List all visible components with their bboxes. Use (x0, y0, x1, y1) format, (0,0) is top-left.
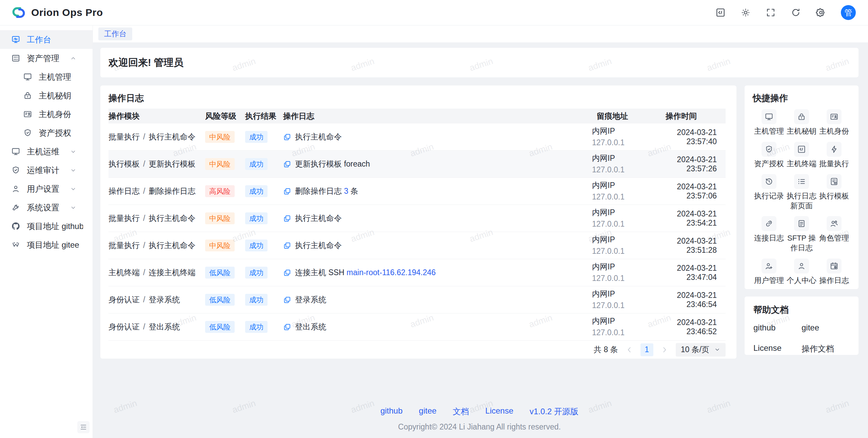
list-icon (797, 177, 806, 186)
id-card-icon (830, 112, 839, 121)
app-logo[interactable]: Orion Ops Pro (11, 6, 103, 19)
copy-icon[interactable] (283, 269, 291, 277)
log-text: 登录系统 (295, 294, 326, 305)
quick-action-operation-log[interactable]: 操作日志 (818, 259, 850, 286)
refresh-button[interactable] (791, 7, 801, 18)
copy-icon[interactable] (283, 323, 291, 331)
chevron-left-icon (625, 345, 634, 354)
sidebar-item-gitee[interactable]: 项目地址 gitee (0, 235, 93, 254)
copy-icon[interactable] (283, 160, 291, 168)
chevron-down-icon (70, 204, 77, 211)
ip-cell: 内网IP127.0.0.1 (579, 126, 646, 148)
avatar[interactable]: 管 (841, 5, 856, 20)
copy-icon[interactable] (283, 214, 291, 223)
sidebar-item-label: 项目地址 gitee (27, 240, 83, 250)
log-text: 执行主机命令 (295, 213, 342, 224)
breadcrumb-item-workbench[interactable]: 工作台 (98, 27, 132, 40)
copy-icon[interactable] (283, 296, 291, 304)
sidebar-item-host-identity[interactable]: 主机身份 (0, 105, 93, 123)
table-row[interactable]: 批量执行/执行主机命令 中风险 成功 执行主机命令 内网IP127.0.0.1 … (108, 205, 726, 232)
footer-link-docs[interactable]: 文档 (453, 406, 469, 417)
help-link-gitee[interactable]: gitee (802, 323, 850, 332)
quick-action-user-management[interactable]: 用户管理 (753, 259, 785, 286)
ip-cell: 内网IP127.0.0.1 (579, 207, 646, 230)
quick-action-batch-execution[interactable]: 批量执行 (818, 142, 850, 169)
sidebar-item-asset-authorization[interactable]: 资产授权 (0, 123, 93, 142)
ssh-host-link[interactable]: main-root-116.62.194.246 (347, 268, 436, 277)
footer-link-gitee[interactable]: gitee (419, 406, 436, 417)
quick-action-execution-template[interactable]: 执行模板 (818, 174, 850, 211)
code-square-icon (715, 7, 726, 18)
top-header: Orion Ops Pro 管 (0, 0, 868, 25)
quick-action-host-management[interactable]: 主机管理 (753, 109, 785, 136)
link-icon (765, 219, 773, 228)
help-link-license[interactable]: License (753, 343, 802, 354)
footer-link-version[interactable]: v1.0.2 开源版 (530, 406, 578, 417)
sidebar-item-asset-management[interactable]: 资产管理 (0, 49, 93, 68)
quick-action-host-identity[interactable]: 主机身份 (818, 109, 850, 136)
sidebar-item-host-key[interactable]: 主机秘钥 (0, 86, 93, 105)
app-root: Orion Ops Pro 管 工作台 资产管理 主机管理 主机秘钥 (0, 0, 868, 438)
copyright: Copyright© 2024 Li Jiahang All rights re… (100, 422, 859, 432)
help-link-github[interactable]: github (753, 323, 802, 332)
module-cell: 执行模板/更新执行模板 (108, 159, 205, 169)
copy-icon[interactable] (283, 242, 291, 250)
module-cell: 批量执行/执行主机命令 (108, 213, 205, 224)
sidebar-item-ops-audit[interactable]: 运维审计 (0, 161, 93, 179)
quick-action-host-key[interactable]: 主机秘钥 (785, 109, 818, 136)
sidebar: 工作台 资产管理 主机管理 主机秘钥 主机身份 资产授权 主机运维 (0, 25, 93, 438)
copy-icon[interactable] (283, 187, 291, 195)
table-row[interactable]: 身份认证/登出系统 低风险 成功 登出系统 内网IP127.0.0.1 2024… (108, 313, 726, 341)
collapse-sidebar-button[interactable] (77, 421, 90, 433)
table-row[interactable]: 操作日志/删除操作日志 高风险 成功 删除操作日志 3 条 内网IP127.0.… (108, 178, 726, 205)
log-card-title: 操作日志 (108, 92, 726, 104)
sidebar-item-system-settings[interactable]: 系统设置 (0, 198, 93, 217)
quick-action-role-management[interactable]: 角色管理 (818, 216, 850, 253)
quick-action-execution-log-new-page[interactable]: 执行日志新页面 (785, 174, 818, 211)
monitor-icon (11, 147, 20, 156)
sidebar-item-host-ops[interactable]: 主机运维 (0, 142, 93, 161)
help-link-operation-docs[interactable]: 操作文档 (802, 343, 850, 354)
page-size-select[interactable]: 10 条/页 (676, 343, 726, 357)
table-row[interactable]: 批量执行/执行主机命令 中风险 成功 执行主机命令 内网IP127.0.0.1 … (108, 232, 726, 259)
quick-action-sftp-operation-log[interactable]: SFTP 操作日志 (785, 216, 818, 253)
column-header-log: 操作日志 (283, 111, 579, 121)
footer-link-github[interactable]: github (380, 406, 402, 417)
sidebar-item-user-settings[interactable]: 用户设置 (0, 179, 93, 198)
welcome-card: 欢迎回来! 管理员 (100, 48, 859, 77)
ip-cell: 内网IP127.0.0.1 (579, 180, 646, 203)
quick-action-host-terminal[interactable]: 主机终端 (785, 142, 818, 169)
settings-button[interactable] (816, 7, 826, 18)
sidebar-item-github[interactable]: 项目地址 github (0, 217, 93, 235)
users-icon (830, 219, 839, 228)
quick-action-asset-authorization[interactable]: 资产授权 (753, 142, 785, 169)
footer-link-license[interactable]: License (485, 406, 513, 417)
result-tag: 成功 (245, 294, 268, 306)
risk-tag: 低风险 (205, 294, 235, 306)
code-runner-button[interactable] (715, 7, 726, 18)
table-row[interactable]: 主机终端/连接主机终端 低风险 成功 连接主机 SSH main-root-11… (108, 259, 726, 286)
risk-tag: 中风险 (205, 240, 235, 251)
sidebar-item-label: 运维审计 (27, 165, 70, 176)
help-docs-card: 帮助文档 github gitee License 操作文档 (745, 297, 859, 355)
result-tag: 成功 (245, 185, 268, 197)
result-tag: 成功 (245, 131, 268, 143)
module-cell: 批量执行/执行主机命令 (108, 240, 205, 251)
quick-action-personal-center[interactable]: 个人中心 (785, 259, 818, 286)
copy-icon[interactable] (283, 133, 291, 141)
table-row[interactable]: 身份认证/登录系统 低风险 成功 登录系统 内网IP127.0.0.1 2024… (108, 286, 726, 313)
server-list-icon (11, 54, 20, 63)
fullscreen-button[interactable] (766, 7, 776, 18)
page-number-button[interactable]: 1 (640, 343, 653, 356)
quick-action-execution-records[interactable]: 执行记录 (753, 174, 785, 211)
table-row[interactable]: 批量执行/执行主机命令 中风险 成功 执行主机命令 内网IP127.0.0.1 … (108, 123, 726, 151)
table-row[interactable]: 执行模板/更新执行模板 中风险 成功 更新执行模板 foreach 内网IP12… (108, 151, 726, 178)
sidebar-item-workbench[interactable]: 工作台 (0, 30, 93, 49)
next-page-button[interactable] (660, 345, 669, 354)
chevron-up-icon (70, 55, 77, 62)
prev-page-button[interactable] (625, 345, 634, 354)
monitor-icon (765, 112, 773, 121)
quick-action-connection-log[interactable]: 连接日志 (753, 216, 785, 253)
sidebar-item-host-management[interactable]: 主机管理 (0, 68, 93, 86)
theme-toggle-button[interactable] (741, 7, 751, 18)
